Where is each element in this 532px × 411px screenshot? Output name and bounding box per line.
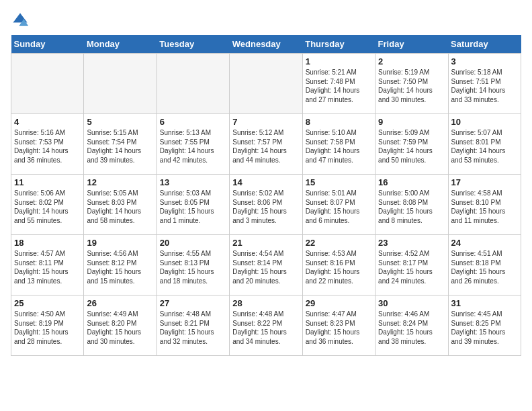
cell-info: Sunrise: 5:15 AMSunset: 7:54 PMDaylight:… bbox=[87, 128, 153, 165]
calendar-cell: 3Sunrise: 5:18 AMSunset: 7:51 PMDaylight… bbox=[448, 54, 521, 114]
day-number: 7 bbox=[232, 117, 299, 127]
cell-info: Sunrise: 4:51 AMSunset: 8:18 PMDaylight:… bbox=[451, 249, 518, 285]
day-number: 26 bbox=[87, 298, 153, 308]
calendar-cell: 13Sunrise: 5:03 AMSunset: 8:05 PMDayligh… bbox=[157, 175, 229, 235]
calendar-cell: 14Sunrise: 5:02 AMSunset: 8:06 PMDayligh… bbox=[230, 175, 302, 235]
day-number: 28 bbox=[232, 298, 299, 308]
day-number: 8 bbox=[306, 117, 372, 127]
day-number: 10 bbox=[451, 117, 518, 127]
calendar-cell: 25Sunrise: 4:50 AMSunset: 8:19 PMDayligh… bbox=[11, 295, 84, 356]
calendar-cell: 26Sunrise: 4:49 AMSunset: 8:20 PMDayligh… bbox=[84, 295, 157, 356]
calendar-cell: 30Sunrise: 4:46 AMSunset: 8:24 PMDayligh… bbox=[375, 295, 448, 356]
day-number: 22 bbox=[306, 238, 372, 248]
day-number: 27 bbox=[160, 298, 226, 308]
day-number: 30 bbox=[378, 298, 445, 308]
day-number: 11 bbox=[14, 177, 81, 187]
calendar-cell bbox=[11, 54, 84, 114]
calendar-cell: 9Sunrise: 5:09 AMSunset: 7:59 PMDaylight… bbox=[375, 114, 448, 175]
day-number: 9 bbox=[378, 117, 445, 127]
calendar-cell: 23Sunrise: 4:52 AMSunset: 8:17 PMDayligh… bbox=[375, 235, 448, 295]
week-row-2: 4Sunrise: 5:16 AMSunset: 7:53 PMDaylight… bbox=[11, 114, 521, 175]
day-number: 23 bbox=[378, 238, 445, 248]
cell-info: Sunrise: 4:50 AMSunset: 8:19 PMDaylight:… bbox=[14, 310, 81, 346]
cell-info: Sunrise: 5:18 AMSunset: 7:51 PMDaylight:… bbox=[451, 68, 518, 104]
calendar-cell: 18Sunrise: 4:57 AMSunset: 8:11 PMDayligh… bbox=[11, 235, 84, 295]
day-number: 13 bbox=[160, 177, 226, 187]
cell-info: Sunrise: 4:54 AMSunset: 8:14 PMDaylight:… bbox=[232, 249, 299, 285]
calendar-cell: 8Sunrise: 5:10 AMSunset: 7:58 PMDaylight… bbox=[302, 114, 375, 175]
cell-info: Sunrise: 5:13 AMSunset: 7:55 PMDaylight:… bbox=[160, 128, 226, 165]
cell-info: Sunrise: 5:01 AMSunset: 8:07 PMDaylight:… bbox=[306, 189, 372, 225]
cell-info: Sunrise: 4:57 AMSunset: 8:11 PMDaylight:… bbox=[14, 249, 81, 285]
calendar-cell: 20Sunrise: 4:55 AMSunset: 8:13 PMDayligh… bbox=[157, 235, 229, 295]
calendar-cell: 12Sunrise: 5:05 AMSunset: 8:03 PMDayligh… bbox=[84, 175, 157, 235]
day-number: 18 bbox=[14, 238, 81, 248]
cell-info: Sunrise: 5:06 AMSunset: 8:02 PMDaylight:… bbox=[14, 189, 81, 225]
cell-info: Sunrise: 4:58 AMSunset: 8:10 PMDaylight:… bbox=[451, 189, 518, 225]
cell-info: Sunrise: 5:12 AMSunset: 7:57 PMDaylight:… bbox=[232, 128, 299, 165]
cell-info: Sunrise: 4:49 AMSunset: 8:20 PMDaylight:… bbox=[87, 310, 153, 346]
header-tuesday: Tuesday bbox=[157, 35, 229, 54]
calendar-cell: 5Sunrise: 5:15 AMSunset: 7:54 PMDaylight… bbox=[84, 114, 157, 175]
cell-info: Sunrise: 4:53 AMSunset: 8:16 PMDaylight:… bbox=[306, 249, 372, 285]
calendar-cell: 11Sunrise: 5:06 AMSunset: 8:02 PMDayligh… bbox=[11, 175, 84, 235]
cell-info: Sunrise: 5:09 AMSunset: 7:59 PMDaylight:… bbox=[378, 128, 445, 165]
cell-info: Sunrise: 4:56 AMSunset: 8:12 PMDaylight:… bbox=[87, 249, 153, 285]
header-sunday: Sunday bbox=[11, 35, 84, 54]
calendar-cell: 21Sunrise: 4:54 AMSunset: 8:14 PMDayligh… bbox=[230, 235, 302, 295]
day-number: 2 bbox=[378, 56, 445, 66]
calendar-cell: 10Sunrise: 5:07 AMSunset: 8:01 PMDayligh… bbox=[448, 114, 521, 175]
day-number: 6 bbox=[160, 117, 226, 127]
day-number: 4 bbox=[14, 117, 81, 127]
calendar-cell: 6Sunrise: 5:13 AMSunset: 7:55 PMDaylight… bbox=[157, 114, 229, 175]
calendar-table: SundayMondayTuesdayWednesdayThursdayFrid… bbox=[11, 35, 521, 356]
calendar-cell bbox=[230, 54, 302, 114]
day-number: 19 bbox=[87, 238, 153, 248]
day-number: 14 bbox=[232, 177, 299, 187]
week-row-1: 1Sunrise: 5:21 AMSunset: 7:48 PMDaylight… bbox=[11, 54, 521, 114]
header-row: SundayMondayTuesdayWednesdayThursdayFrid… bbox=[11, 35, 521, 54]
calendar-cell: 17Sunrise: 4:58 AMSunset: 8:10 PMDayligh… bbox=[448, 175, 521, 235]
day-number: 5 bbox=[87, 117, 153, 127]
calendar-cell: 24Sunrise: 4:51 AMSunset: 8:18 PMDayligh… bbox=[448, 235, 521, 295]
cell-info: Sunrise: 5:07 AMSunset: 8:01 PMDaylight:… bbox=[451, 128, 518, 165]
calendar-cell: 28Sunrise: 4:48 AMSunset: 8:22 PMDayligh… bbox=[230, 295, 302, 356]
day-number: 29 bbox=[306, 298, 372, 308]
cell-info: Sunrise: 4:46 AMSunset: 8:24 PMDaylight:… bbox=[378, 310, 445, 346]
calendar-cell bbox=[157, 54, 229, 114]
calendar-cell bbox=[84, 54, 157, 114]
calendar-cell: 7Sunrise: 5:12 AMSunset: 7:57 PMDaylight… bbox=[230, 114, 302, 175]
cell-info: Sunrise: 4:47 AMSunset: 8:23 PMDaylight:… bbox=[306, 310, 372, 346]
day-number: 25 bbox=[14, 298, 81, 308]
cell-info: Sunrise: 5:03 AMSunset: 8:05 PMDaylight:… bbox=[160, 189, 226, 225]
calendar-cell: 4Sunrise: 5:16 AMSunset: 7:53 PMDaylight… bbox=[11, 114, 84, 175]
cell-info: Sunrise: 5:16 AMSunset: 7:53 PMDaylight:… bbox=[14, 128, 81, 165]
day-number: 21 bbox=[232, 238, 299, 248]
cell-info: Sunrise: 4:48 AMSunset: 8:22 PMDaylight:… bbox=[232, 310, 299, 346]
cell-info: Sunrise: 4:45 AMSunset: 8:25 PMDaylight:… bbox=[451, 310, 518, 346]
calendar-cell: 19Sunrise: 4:56 AMSunset: 8:12 PMDayligh… bbox=[84, 235, 157, 295]
header-monday: Monday bbox=[84, 35, 157, 54]
day-number: 3 bbox=[451, 56, 518, 66]
cell-info: Sunrise: 4:55 AMSunset: 8:13 PMDaylight:… bbox=[160, 249, 226, 285]
day-number: 1 bbox=[306, 56, 372, 66]
week-row-4: 18Sunrise: 4:57 AMSunset: 8:11 PMDayligh… bbox=[11, 235, 521, 295]
day-number: 12 bbox=[87, 177, 153, 187]
day-number: 24 bbox=[451, 238, 518, 248]
calendar-cell: 2Sunrise: 5:19 AMSunset: 7:50 PMDaylight… bbox=[375, 54, 448, 114]
cell-info: Sunrise: 5:19 AMSunset: 7:50 PMDaylight:… bbox=[378, 68, 445, 104]
day-number: 17 bbox=[451, 177, 518, 187]
week-row-3: 11Sunrise: 5:06 AMSunset: 8:02 PMDayligh… bbox=[11, 175, 521, 235]
cell-info: Sunrise: 5:21 AMSunset: 7:48 PMDaylight:… bbox=[306, 68, 372, 104]
cell-info: Sunrise: 5:05 AMSunset: 8:03 PMDaylight:… bbox=[87, 189, 153, 225]
day-number: 15 bbox=[306, 177, 372, 187]
calendar-cell: 15Sunrise: 5:01 AMSunset: 8:07 PMDayligh… bbox=[302, 175, 375, 235]
day-number: 16 bbox=[378, 177, 445, 187]
calendar-cell: 22Sunrise: 4:53 AMSunset: 8:16 PMDayligh… bbox=[302, 235, 375, 295]
cell-info: Sunrise: 5:00 AMSunset: 8:08 PMDaylight:… bbox=[378, 189, 445, 225]
header-friday: Friday bbox=[375, 35, 448, 54]
page-header bbox=[11, 11, 521, 30]
calendar-cell: 29Sunrise: 4:47 AMSunset: 8:23 PMDayligh… bbox=[302, 295, 375, 356]
cell-info: Sunrise: 4:48 AMSunset: 8:21 PMDaylight:… bbox=[160, 310, 226, 346]
calendar-cell: 31Sunrise: 4:45 AMSunset: 8:25 PMDayligh… bbox=[448, 295, 521, 356]
